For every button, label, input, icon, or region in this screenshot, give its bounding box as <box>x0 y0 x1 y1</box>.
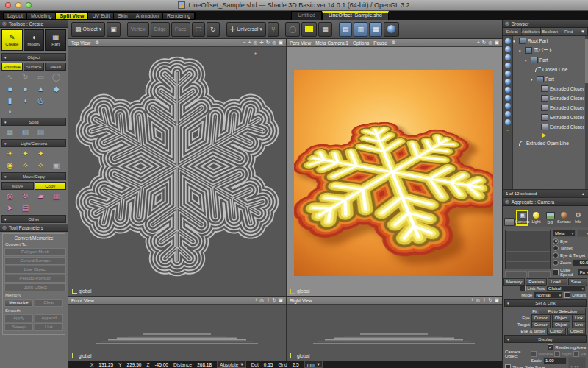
section-other[interactable]: ▾Other <box>1 215 66 223</box>
zoom-out-icon[interactable]: − <box>250 297 253 303</box>
mode-dropdown[interactable]: Normal <box>534 291 563 299</box>
edge-mode-button[interactable]: Edge <box>151 22 170 37</box>
doc-tab-untitled[interactable]: Untitled <box>291 11 322 20</box>
cube-speed-dropdown[interactable]: Fa <box>578 269 588 276</box>
pan-tool-icon[interactable]: ✛ <box>482 297 486 303</box>
options-menu[interactable]: Options <box>353 40 369 46</box>
marquee-select-button[interactable]: ⬚ <box>192 22 206 37</box>
tab-primitive[interactable]: Primitive <box>1 63 23 71</box>
camera-view-icon[interactable]: ▣ <box>279 297 283 303</box>
convert-polygon-mesh-button[interactable]: Polygon Mesh <box>4 248 66 256</box>
camera-select[interactable]: Meta Camera 1 <box>315 40 348 46</box>
point-light-icon[interactable]: ◉ <box>2 160 18 171</box>
eye-target-cursor-button[interactable]: Cursor <box>547 328 566 335</box>
zoom-in-icon[interactable]: + <box>477 40 480 46</box>
torus-primitive-icon[interactable]: ◎ <box>33 96 49 106</box>
smooth-append-button[interactable]: Append <box>35 314 63 322</box>
cylinder-primitive-icon[interactable]: ▮ <box>2 96 18 106</box>
sight-checkbox[interactable] <box>554 351 560 357</box>
section-light-camera[interactable]: ▾Light/Camera <box>1 139 66 147</box>
copy-rotate-icon[interactable]: ◎ <box>2 191 18 202</box>
camera-tool-button[interactable]: ▣ <box>107 22 121 37</box>
tree-row-part-2[interactable]: ▾Part <box>513 74 584 84</box>
gear-icon[interactable]: ⚙ <box>95 40 99 46</box>
modify-mode-button[interactable]: ◖ Modify <box>24 29 45 51</box>
zoom-region-icon[interactable]: ◎ <box>272 40 276 46</box>
wireframe-view-button[interactable]: ▤ <box>339 22 353 37</box>
aggregate-tab-surface[interactable]: Surface <box>558 210 570 226</box>
browser-tab-boolean[interactable]: Boolean <box>541 28 560 35</box>
section-object[interactable]: ▾Object <box>1 53 66 61</box>
zoom-tool-icon[interactable]: ◎ <box>259 297 264 303</box>
viewport-front[interactable]: Front View − + ◎ ✛ ↻ ▣ global <box>68 297 286 361</box>
tab-skin[interactable]: Skin <box>114 13 132 19</box>
viewport-pers[interactable]: Pers View Meta Camera 1 Options Pause ⚙ … <box>287 39 502 296</box>
render-toggle-icon[interactable] <box>505 38 511 44</box>
solid-intersect-icon[interactable]: ▨ <box>33 127 49 138</box>
viewport-top[interactable]: Top View ⚙ − + ◎ ✛ ↻ ◎ ▣ <box>68 39 286 296</box>
clear-button[interactable]: Clear <box>35 299 63 307</box>
expander-icon[interactable]: ▾ <box>531 77 535 82</box>
convert-pseudo-polygon-button[interactable]: Pseudo Polygon <box>4 275 66 283</box>
tree-row-part[interactable]: ▾Part <box>513 55 584 65</box>
tab-rendering[interactable]: Rendering <box>163 13 195 19</box>
zoom-out-icon[interactable]: − <box>243 40 246 46</box>
zoom-window-button[interactable] <box>26 2 32 8</box>
render-toggle-icon[interactable] <box>505 54 511 60</box>
tree-scrollbar[interactable] <box>585 36 588 189</box>
aggregate-tab-light[interactable]: Light <box>530 210 542 226</box>
camera-view-icon[interactable]: ▣ <box>279 40 283 46</box>
render-toggle-icon[interactable] <box>505 87 511 93</box>
tab-uv-edit[interactable]: UV Edit <box>88 13 114 19</box>
tree-row-extruded-open-line[interactable]: Extruded Open Line <box>513 138 584 148</box>
unit-dropdown[interactable]: mm▾ <box>304 361 323 368</box>
section-move-copy[interactable]: ▾Move/Copy <box>1 172 66 180</box>
render-toggle-icon[interactable] <box>505 46 511 52</box>
cone-primitive-icon[interactable]: ▲ <box>33 84 49 94</box>
memory-button[interactable]: Memory <box>503 278 526 286</box>
pan-tool-icon[interactable]: ✛ <box>266 297 270 303</box>
tree-row-extruded-closed[interactable]: Extruded Closed <box>513 122 584 132</box>
gear-icon[interactable]: ⚙ <box>392 40 396 46</box>
aggregate-tab-info[interactable]: ⚙Info <box>572 210 584 226</box>
rendering-area-checkbox[interactable] <box>548 344 553 350</box>
aggregate-tab-bg[interactable]: BG <box>544 210 556 226</box>
render-toggle-icon[interactable] <box>505 71 511 77</box>
zoom-in-icon[interactable]: + <box>248 40 251 46</box>
zoom-tool-icon[interactable]: ◎ <box>254 40 258 46</box>
pause-button[interactable]: Pause <box>373 40 387 46</box>
preview-mode-button[interactable] <box>505 271 527 277</box>
collapse-panel-icon[interactable]: ▲ <box>581 191 585 196</box>
shaded-view-button[interactable]: ▥ <box>354 22 368 37</box>
copy-mirror-icon[interactable]: ➤ <box>2 203 18 213</box>
browser-tab-attributes[interactable]: Attributes <box>522 28 541 35</box>
capsule-primitive-icon[interactable]: ◖ <box>18 96 33 106</box>
zoom-radio[interactable] <box>553 260 559 266</box>
doc-tab-lineoffset-sample[interactable]: LineOffset_Sample.shd <box>322 11 389 20</box>
tab-modeling[interactable]: Modeling <box>27 13 56 19</box>
set-link-section[interactable]: ▾Set & Link <box>504 299 587 307</box>
smooth-link-button[interactable]: Link <box>35 323 63 331</box>
section-solid[interactable]: ▾Solid <box>1 118 66 126</box>
linear-light-icon[interactable]: ✧ <box>33 160 49 171</box>
path-tool-button[interactable]: ◯ <box>285 22 300 37</box>
sphere-primitive-icon[interactable]: ● <box>18 84 33 94</box>
camera-preview[interactable] <box>505 230 551 269</box>
render-toggle-icon[interactable] <box>505 119 511 125</box>
tab-surface[interactable]: Surface <box>24 63 45 71</box>
textured-view-button[interactable]: ▦ <box>369 22 383 37</box>
minimize-button[interactable] <box>15 2 21 8</box>
box-primitive-icon[interactable]: ■ <box>2 84 18 94</box>
solid-union-icon[interactable]: ▦ <box>2 127 18 138</box>
render-toggle-icon[interactable] <box>505 79 511 85</box>
tree-row-extruded-closed[interactable]: Extruded Closed <box>513 103 584 113</box>
perspective-grid-button[interactable]: ▦ <box>318 22 332 37</box>
circle-tool-icon[interactable]: ◯ <box>49 72 64 82</box>
zoom-in-icon[interactable]: + <box>470 297 473 303</box>
copy-translate-icon[interactable]: ▰ <box>33 191 49 202</box>
zoom-in-icon[interactable]: + <box>254 297 257 303</box>
tree-row-closed-line[interactable]: Closed Line <box>513 65 584 74</box>
render-toggle-icon[interactable] <box>505 111 511 117</box>
split-layout-button[interactable] <box>301 22 317 37</box>
memorize-button[interactable]: Memorize <box>4 299 33 307</box>
